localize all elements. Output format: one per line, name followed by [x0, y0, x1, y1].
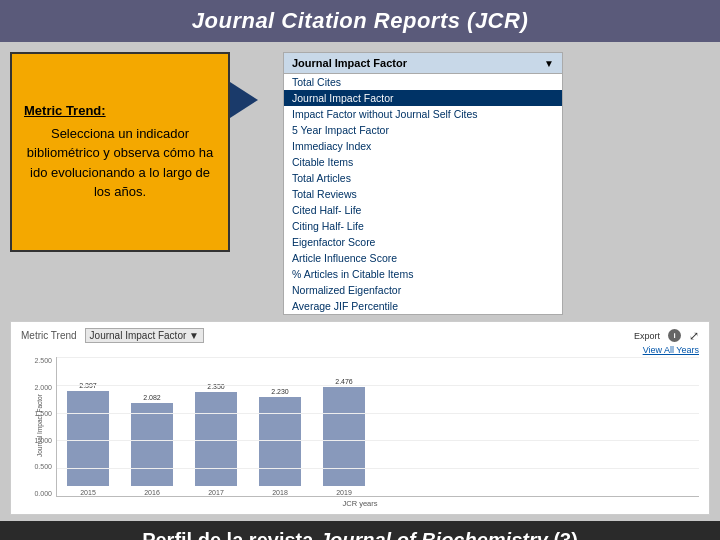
chart-section-label: Metric Trend: [21, 330, 77, 341]
bar-2019: [323, 387, 365, 486]
bar-group-2018: 2.230 2018: [259, 388, 301, 496]
bar-year-2018: 2018: [272, 489, 288, 496]
footer-journal-name: Journal of Biochemistry: [319, 529, 548, 540]
arrow-right-icon: [230, 82, 258, 118]
bar-group-2015: 2.397 2015: [67, 382, 109, 496]
chart-title-area: Metric Trend Journal Impact Factor ▼: [21, 328, 204, 343]
metric-trend-tooltip: Metric Trend: Selecciona un indicador bi…: [10, 52, 230, 252]
dropdown-item-article-influence[interactable]: Article Influence Score: [284, 250, 562, 266]
bar-2016: [131, 403, 173, 486]
page-wrapper: Journal Citation Reports (JCR) Metric Tr…: [0, 0, 720, 540]
y-tick-6: 0.000: [34, 490, 52, 497]
chart-section: Metric Trend Journal Impact Factor ▼ Exp…: [10, 321, 710, 515]
dropdown-item-total-cites[interactable]: Total Cites: [284, 74, 562, 90]
chart-controls: Export i ⤢: [634, 329, 699, 343]
dropdown-item-avg-jif[interactable]: Average JIF Percentile: [284, 298, 562, 314]
bar-2017: [195, 392, 237, 486]
footer-suffix: (3): [548, 529, 578, 540]
x-axis-title: JCR years: [21, 499, 699, 508]
dropdown-item-total-articles[interactable]: Total Articles: [284, 170, 562, 186]
bar-group-2019: 2.476 2019: [323, 378, 365, 496]
bar-value-2017: 2.350: [207, 383, 225, 390]
chart-header: Metric Trend Journal Impact Factor ▼ Exp…: [21, 328, 699, 343]
bar-value-2015: 2.397: [79, 382, 97, 389]
bars-area: 2.397 2015 2.082 2016 2.350 2017 2.230: [56, 357, 699, 497]
y-tick-1: 2.500: [34, 357, 52, 364]
export-button[interactable]: Export: [634, 331, 660, 341]
dropdown-item-eigenfactor[interactable]: Eigenfactor Score: [284, 234, 562, 250]
bar-2018: [259, 397, 301, 486]
dropdown-item-pct-articles[interactable]: % Articles in Citable Items: [284, 266, 562, 282]
page-title: Journal Citation Reports (JCR): [192, 8, 528, 33]
info-icon[interactable]: i: [668, 329, 681, 342]
expand-icon[interactable]: ⤢: [689, 329, 699, 343]
dropdown-item-citable-items[interactable]: Citable Items: [284, 154, 562, 170]
chevron-down-icon: ▼: [544, 58, 554, 69]
chart-metric-label: Journal Impact Factor: [90, 330, 187, 341]
y-axis: Journal Impact Factor 2.500 2.000 1.500 …: [21, 357, 56, 497]
dropdown-item-total-reviews[interactable]: Total Reviews: [284, 186, 562, 202]
dropdown-item-5year[interactable]: 5 Year Impact Factor: [284, 122, 562, 138]
dropdown-item-immediacy[interactable]: Immediacy Index: [284, 138, 562, 154]
bar-2015: [67, 391, 109, 486]
tooltip-title: Metric Trend:: [24, 103, 216, 118]
bar-group-2016: 2.082 2016: [131, 394, 173, 496]
dropdown-area: Journal Impact Factor ▼ Total Cites Jour…: [273, 52, 563, 315]
arrow-container: [230, 52, 263, 118]
upper-section: Metric Trend: Selecciona un indicador bi…: [0, 42, 720, 321]
bar-value-2018: 2.230: [271, 388, 289, 395]
chart-metric-arrow: ▼: [189, 330, 199, 341]
dropdown-item-citing-half-life[interactable]: Citing Half- Life: [284, 218, 562, 234]
bar-year-2015: 2015: [80, 489, 96, 496]
dropdown-list: Total Cites Journal Impact Factor Impact…: [284, 74, 562, 314]
dropdown-item-normalized-eigen[interactable]: Normalized Eigenfactor: [284, 282, 562, 298]
metric-dropdown[interactable]: Journal Impact Factor ▼ Total Cites Jour…: [283, 52, 563, 315]
dropdown-item-impact-factor-no-self[interactable]: Impact Factor without Journal Self Cites: [284, 106, 562, 122]
page-header: Journal Citation Reports (JCR): [0, 0, 720, 42]
bar-year-2016: 2016: [144, 489, 160, 496]
bar-year-2019: 2019: [336, 489, 352, 496]
y-tick-5: 0.500: [34, 463, 52, 470]
footer-text: Perfil de la revista: [142, 529, 319, 540]
bar-value-2016: 2.082: [143, 394, 161, 401]
y-axis-title: Journal Impact Factor: [36, 397, 43, 457]
dropdown-header[interactable]: Journal Impact Factor ▼: [284, 53, 562, 74]
dropdown-header-label: Journal Impact Factor: [292, 57, 407, 69]
dropdown-item-journal-impact-factor[interactable]: Journal Impact Factor: [284, 90, 562, 106]
bar-group-2017: 2.350 2017: [195, 383, 237, 496]
page-footer: Perfil de la revista Journal of Biochemi…: [0, 521, 720, 540]
bar-value-2019: 2.476: [335, 378, 353, 385]
bar-year-2017: 2017: [208, 489, 224, 496]
dropdown-item-cited-half-life[interactable]: Cited Half- Life: [284, 202, 562, 218]
view-all-years-link[interactable]: View All Years: [21, 345, 699, 355]
tooltip-text: Selecciona un indicador bibliométrico y …: [24, 124, 216, 202]
chart-body: Journal Impact Factor 2.500 2.000 1.500 …: [21, 357, 699, 497]
y-tick-2: 2.000: [34, 384, 52, 391]
chart-metric-select[interactable]: Journal Impact Factor ▼: [85, 328, 204, 343]
